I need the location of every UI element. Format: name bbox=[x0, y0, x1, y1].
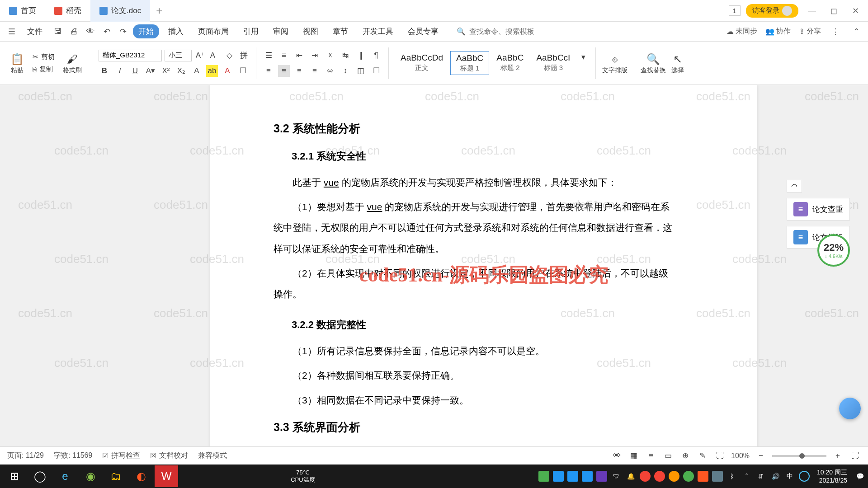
tab-icon[interactable]: ↹ bbox=[340, 50, 351, 61]
collab-button[interactable]: 👥协作 bbox=[765, 27, 791, 36]
highlight-button[interactable]: ab bbox=[206, 65, 218, 77]
ime-icon[interactable]: 中 bbox=[784, 471, 795, 482]
bell-icon[interactable]: 🔔 bbox=[625, 471, 636, 482]
wps-icon[interactable]: W bbox=[155, 465, 178, 487]
tab-document[interactable]: 论文.doc bbox=[90, 0, 150, 22]
fit-icon[interactable]: ⛶ bbox=[714, 450, 726, 462]
tray-icon[interactable] bbox=[567, 471, 578, 482]
tab-add[interactable]: + bbox=[150, 5, 168, 17]
menu-view[interactable]: 视图 bbox=[297, 24, 324, 38]
menu-insert[interactable]: 插入 bbox=[163, 24, 189, 38]
guest-login-button[interactable]: 访客登录 bbox=[746, 4, 798, 18]
undo-icon[interactable]: ↶ bbox=[100, 25, 113, 38]
font-size-select[interactable] bbox=[165, 50, 192, 61]
paste-button[interactable]: 📋粘贴 bbox=[10, 52, 24, 75]
save-icon[interactable]: 🖫 bbox=[52, 25, 64, 38]
menu-reference[interactable]: 引用 bbox=[238, 24, 264, 38]
text-effect-button[interactable]: A bbox=[191, 65, 203, 77]
tray-icon[interactable] bbox=[683, 471, 694, 482]
menu-review[interactable]: 审阅 bbox=[268, 24, 294, 38]
close-button[interactable]: ✕ bbox=[847, 3, 863, 19]
maximize-button[interactable]: ◻ bbox=[826, 3, 842, 19]
tab-home[interactable]: 首页 bbox=[0, 0, 45, 22]
more-icon[interactable]: ⋮ bbox=[829, 25, 842, 38]
shading-icon[interactable]: ◫ bbox=[355, 65, 367, 77]
page-view-icon[interactable]: ▦ bbox=[628, 450, 640, 462]
phonetic-icon[interactable]: 拼 bbox=[238, 50, 250, 61]
menu-chapter[interactable]: 章节 bbox=[327, 24, 354, 38]
tray-icon[interactable] bbox=[538, 471, 549, 482]
char-border-button[interactable]: ☐ bbox=[237, 65, 249, 77]
page-indicator[interactable]: 页面: 11/29 bbox=[7, 451, 44, 460]
line-spacing-icon[interactable]: ‖ bbox=[355, 50, 367, 61]
borders-icon[interactable]: ☐ bbox=[370, 65, 382, 77]
side-toggle[interactable]: ◠ bbox=[787, 180, 802, 192]
tray-icon[interactable] bbox=[640, 471, 651, 482]
align-right-icon[interactable]: ≡ bbox=[293, 65, 305, 77]
clear-format-icon[interactable]: ◇ bbox=[223, 50, 235, 61]
window-count-badge[interactable]: 1 bbox=[729, 5, 741, 16]
collapse-ribbon-icon[interactable]: ⌃ bbox=[850, 25, 863, 38]
hamburger-icon[interactable]: ☰ bbox=[5, 25, 18, 38]
zoom-in-button[interactable]: + bbox=[832, 450, 844, 462]
sort-icon[interactable]: ☓ bbox=[324, 50, 336, 61]
bluetooth-icon[interactable]: ᛒ bbox=[726, 471, 737, 482]
spell-check-toggle[interactable]: ☑拼写检查 bbox=[102, 451, 140, 460]
read-view-icon[interactable]: ▭ bbox=[662, 450, 674, 462]
tray-icon[interactable] bbox=[654, 471, 665, 482]
style-heading3[interactable]: AaBbCcI标题 3 bbox=[531, 51, 576, 75]
bold-button[interactable]: B bbox=[99, 65, 110, 77]
clock[interactable]: 10:20 周三2021/8/25 bbox=[813, 468, 851, 484]
cortana-icon[interactable]: ◯ bbox=[28, 465, 52, 487]
preview-icon[interactable]: 👁 bbox=[84, 25, 97, 38]
style-heading2[interactable]: AaBbC标题 2 bbox=[491, 51, 529, 75]
menu-member[interactable]: 会员专享 bbox=[402, 24, 444, 38]
paper-check-button[interactable]: ≡论文查重 bbox=[787, 198, 850, 221]
browser-icon[interactable]: ◉ bbox=[79, 465, 102, 487]
annotate-icon[interactable]: ✎ bbox=[697, 450, 708, 462]
underline-button[interactable]: U bbox=[129, 65, 141, 77]
web-view-icon[interactable]: ⊕ bbox=[679, 450, 691, 462]
menu-file[interactable]: 文件 bbox=[22, 24, 48, 38]
text-direction-button[interactable]: ⟐文字排版 bbox=[602, 52, 627, 75]
find-replace-button[interactable]: 🔍查找替换 bbox=[641, 52, 666, 75]
font-color2-button[interactable]: A bbox=[222, 65, 233, 77]
tray-icon[interactable] bbox=[582, 471, 593, 482]
italic-button[interactable]: I bbox=[114, 65, 126, 77]
font-family-select[interactable] bbox=[99, 50, 162, 61]
copy-button[interactable]: ⎘复制 bbox=[33, 65, 55, 74]
style-heading1[interactable]: AaBbC标题 1 bbox=[450, 51, 489, 75]
print-icon[interactable]: 🖨 bbox=[68, 25, 80, 38]
menu-start[interactable]: 开始 bbox=[133, 24, 159, 38]
notifications-icon[interactable]: 💬 bbox=[854, 471, 865, 482]
font-color-button[interactable]: A▾ bbox=[145, 65, 156, 77]
volume-icon[interactable]: 🔊 bbox=[770, 471, 781, 482]
show-marks-icon[interactable]: ¶ bbox=[370, 50, 382, 61]
styles-more-icon[interactable]: ▾ bbox=[577, 51, 589, 63]
format-painter-button[interactable]: 🖌格式刷 bbox=[63, 52, 82, 75]
start-button[interactable]: ⊞ bbox=[3, 465, 26, 487]
decrease-indent-icon[interactable]: ⇤ bbox=[293, 50, 305, 61]
select-button[interactable]: ↖选择 bbox=[670, 52, 685, 75]
align-justify-icon[interactable]: ≡ bbox=[309, 65, 321, 77]
chevron-up-icon[interactable]: ˄ bbox=[741, 471, 752, 482]
download-speed-badge[interactable]: 22% ↓ 4.6K/s bbox=[817, 234, 850, 267]
zoom-slider[interactable] bbox=[772, 455, 826, 457]
tray-icon[interactable] bbox=[596, 471, 607, 482]
shield-icon[interactable]: 🛡 bbox=[611, 471, 622, 482]
increase-indent-icon[interactable]: ⇥ bbox=[309, 50, 321, 61]
tray-icon[interactable] bbox=[553, 471, 564, 482]
superscript-button[interactable]: X² bbox=[160, 65, 172, 77]
word-count[interactable]: 字数: 11569 bbox=[54, 451, 92, 460]
minimize-button[interactable]: — bbox=[804, 3, 820, 19]
cpu-temp-widget[interactable]: 75℃CPU温度 bbox=[291, 469, 315, 484]
decrease-font-icon[interactable]: A⁻ bbox=[209, 50, 221, 61]
document-page[interactable]: 3.2 系统性能分析 3.2.1 系统安全性 此基于 vue 的宠物店系统的开发… bbox=[210, 85, 757, 465]
distribute-icon[interactable]: ⬄ bbox=[324, 65, 336, 77]
explorer-icon[interactable]: 🗂 bbox=[104, 465, 127, 487]
subscript-button[interactable]: X₂ bbox=[175, 65, 187, 77]
app-icon[interactable]: ◐ bbox=[129, 465, 153, 487]
zoom-out-button[interactable]: − bbox=[755, 450, 767, 462]
outline-view-icon[interactable]: ≡ bbox=[645, 450, 657, 462]
align-center-icon[interactable]: ≡ bbox=[278, 65, 290, 77]
